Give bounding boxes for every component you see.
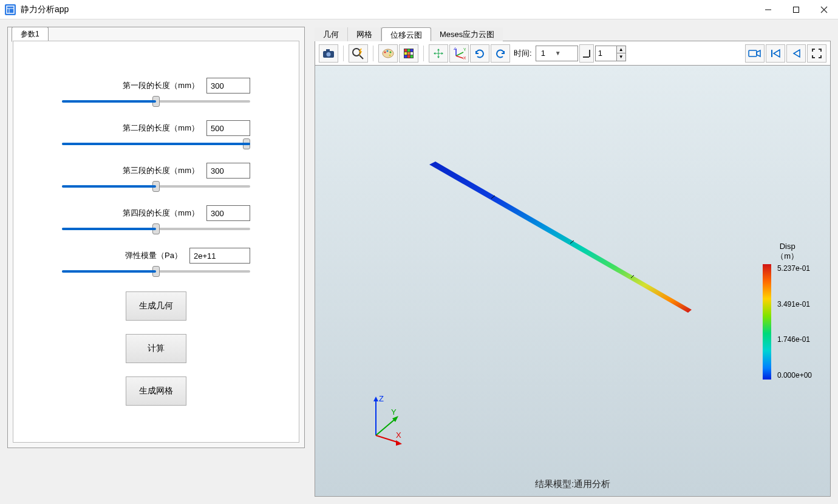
svg-point-13: [384, 51, 386, 53]
svg-text:Z: Z: [454, 47, 457, 50]
slider-length1[interactable]: [62, 100, 250, 103]
fullscreen-icon[interactable]: [807, 44, 826, 63]
label-length3: 第三段的长度（mm）: [62, 165, 206, 176]
axes-icon[interactable]: ZYX: [449, 44, 469, 63]
play-prev-icon[interactable]: [786, 44, 806, 63]
svg-rect-8: [326, 49, 330, 52]
time-value: 1: [541, 49, 545, 58]
viz-tab-geometry[interactable]: 几何: [315, 27, 348, 41]
viz-tab-mesh[interactable]: 网格: [348, 27, 381, 41]
generate-mesh-button[interactable]: 生成网格: [126, 376, 186, 406]
svg-marker-44: [373, 397, 378, 401]
svg-text:Y: Y: [463, 47, 466, 52]
maximize-button[interactable]: [782, 0, 810, 19]
video-camera-icon[interactable]: [745, 44, 765, 63]
svg-rect-23: [410, 52, 413, 55]
viewport-caption: 结果模型:通用分析: [315, 478, 830, 490]
close-button[interactable]: [810, 0, 838, 19]
svg-rect-22: [407, 52, 410, 55]
svg-text:Y: Y: [391, 407, 397, 417]
svg-point-9: [327, 52, 331, 56]
svg-rect-37: [749, 50, 757, 56]
svg-text:X: X: [463, 56, 466, 60]
slider-length3[interactable]: [62, 185, 250, 188]
slider-length4[interactable]: [62, 228, 250, 230]
label-modulus: 弹性模量（Pa）: [62, 250, 189, 261]
color-legend: Disp （m） 5.237e-01 3.491e-01 1.746e-01 0…: [763, 242, 812, 380]
svg-point-10: [353, 49, 360, 56]
svg-rect-19: [407, 49, 410, 52]
label-length4: 第四段的长度（mm）: [62, 208, 206, 219]
parameters-panel: 参数1 第一段的长度（mm） 第二段的长度（mm） 第三: [7, 27, 305, 448]
svg-point-15: [390, 51, 392, 53]
rubik-cube-icon[interactable]: [399, 44, 418, 63]
tab-params1[interactable]: 参数1: [12, 27, 49, 42]
svg-marker-50: [396, 440, 402, 446]
legend-tick: 0.000e+00: [777, 371, 812, 380]
end-icon[interactable]: [579, 44, 594, 63]
svg-rect-21: [404, 52, 407, 55]
app-icon: [5, 4, 16, 15]
search-lightning-icon[interactable]: [349, 44, 368, 63]
calculate-button[interactable]: 计算: [126, 334, 186, 363]
viz-tab-displacement[interactable]: 位移云图: [381, 27, 431, 41]
svg-text:Z: Z: [379, 394, 384, 403]
legend-tick: 1.746e-01: [777, 335, 812, 344]
svg-line-33: [456, 56, 463, 58]
svg-point-16: [389, 54, 391, 56]
move-icon[interactable]: [429, 44, 448, 63]
viz-toolbar: ZYX 时间: 1▼ ▲▼: [315, 41, 831, 66]
time-label: 时间:: [511, 48, 534, 59]
rotate-ccw-icon[interactable]: [470, 44, 489, 63]
slider-length2[interactable]: [62, 143, 250, 145]
input-length1[interactable]: [206, 78, 250, 94]
visualization-panel: 几何 网格 位移云图 Meses应力云图: [315, 27, 831, 497]
input-modulus[interactable]: [189, 248, 250, 264]
legend-title: Disp: [763, 242, 812, 251]
svg-rect-0: [7, 6, 14, 13]
spin-down-icon[interactable]: ▼: [617, 53, 625, 61]
axis-triad: Z Y X: [361, 393, 415, 448]
svg-rect-38: [771, 50, 772, 57]
window-titlebar: 静力分析app: [0, 0, 838, 19]
svg-rect-24: [404, 55, 407, 58]
minimize-button[interactable]: [754, 0, 782, 19]
svg-line-46: [376, 418, 396, 435]
legend-tick: 3.491e-01: [777, 300, 812, 308]
rotate-cw-icon[interactable]: [491, 44, 510, 63]
input-length2[interactable]: [206, 120, 250, 136]
legend-unit: （m）: [763, 251, 812, 262]
skip-first-icon[interactable]: [766, 44, 785, 63]
label-length2: 第二段的长度（mm）: [62, 123, 206, 134]
label-length1: 第一段的长度（mm）: [62, 80, 206, 91]
svg-marker-39: [429, 162, 692, 313]
svg-rect-35: [589, 50, 590, 57]
palette-icon[interactable]: [378, 44, 398, 63]
generate-geometry-button[interactable]: 生成几何: [126, 291, 186, 321]
legend-tick: 5.237e-01: [777, 264, 812, 273]
viz-tab-stress[interactable]: Meses应力云图: [431, 27, 503, 41]
slider-modulus[interactable]: [62, 270, 250, 273]
svg-line-31: [456, 52, 463, 56]
svg-rect-4: [794, 7, 799, 12]
frame-value[interactable]: [595, 46, 617, 61]
camera-icon[interactable]: [319, 44, 338, 63]
window-title: 静力分析app: [21, 4, 69, 15]
svg-line-11: [359, 55, 363, 59]
spin-up-icon[interactable]: ▲: [617, 46, 625, 53]
input-length3[interactable]: [206, 163, 250, 179]
svg-text:X: X: [396, 431, 401, 440]
frame-spinner[interactable]: ▲▼: [595, 46, 626, 61]
time-dropdown[interactable]: 1▼: [536, 46, 578, 61]
svg-point-14: [387, 50, 389, 52]
svg-rect-26: [410, 55, 413, 58]
svg-rect-18: [404, 49, 407, 52]
svg-rect-25: [407, 55, 410, 58]
svg-rect-20: [410, 49, 413, 52]
input-length4[interactable]: [206, 205, 250, 221]
result-viewport[interactable]: Z Y X Disp （m） 5.237e-01 3.491e-01 1.746: [315, 66, 831, 497]
